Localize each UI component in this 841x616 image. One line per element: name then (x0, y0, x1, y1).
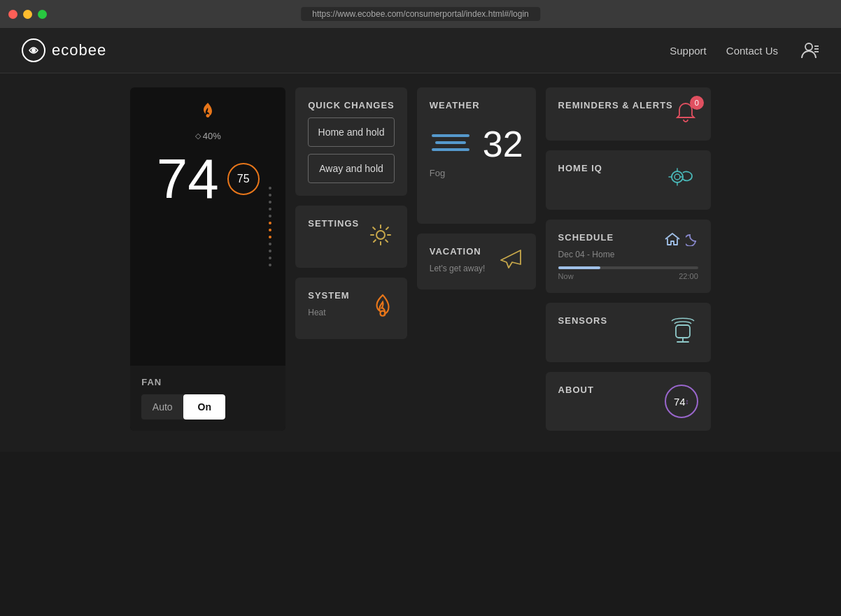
dot-6 (269, 222, 271, 224)
app-header: ecobee Support Contact Us (0, 28, 841, 73)
sensor-icon (667, 315, 698, 350)
dot-8 (269, 236, 271, 238)
schedule-text: SCHEDULE Dec 04 - Home (558, 232, 615, 259)
schedule-header: SCHEDULE Dec 04 - Home (558, 232, 698, 259)
thermostat-display: ◇ 40% 74 75 (130, 87, 285, 366)
about-temp-value: 74 (674, 396, 686, 408)
nav-links: Support Contact Us (670, 39, 820, 62)
reminders-panel[interactable]: REMINDERS & ALERTS 0 (546, 87, 711, 141)
about-pin-icon: ↕ (686, 398, 689, 406)
schedule-times: Now 22:00 (558, 272, 698, 280)
window-chrome: https://www.ecobee.com/consumerportal/in… (0, 0, 841, 28)
middle-right-column: WEATHER 32 Fog VACATION Let's get (417, 87, 536, 431)
reminders-content: REMINDERS & ALERTS (558, 100, 673, 117)
gear-icon (367, 221, 395, 255)
dot-12 (269, 264, 271, 266)
ecobee-logo-icon (21, 38, 46, 63)
vacation-subtitle: Let's get away! (430, 264, 486, 273)
homeiq-panel[interactable]: HOME IQ (546, 150, 711, 210)
away-and-hold-button[interactable]: Away and hold (308, 154, 395, 183)
weather-title: WEATHER (430, 100, 523, 110)
homeiq-content: HOME IQ (558, 163, 602, 180)
main-content: ◇ 40% 74 75 FAN Auto On QUICK CHANGES Ho… (0, 73, 841, 452)
schedule-home-icon (665, 232, 680, 250)
svg-point-11 (674, 174, 680, 180)
dot-4 (269, 208, 271, 210)
system-panel[interactable]: SYSTEM Heat (295, 278, 407, 339)
settings-content: SETTINGS (308, 218, 359, 236)
maximize-button[interactable] (38, 10, 47, 19)
heat-flame-icon (199, 101, 216, 125)
svg-rect-16 (676, 325, 690, 338)
minimize-button[interactable] (23, 10, 32, 19)
thermostat-panel[interactable]: ◇ 40% 74 75 FAN Auto On (130, 87, 285, 431)
quick-changes-title: QUICK CHANGES (308, 100, 395, 110)
user-menu-icon[interactable] (798, 39, 820, 62)
homeiq-icon (667, 163, 698, 197)
dot-3 (269, 201, 271, 203)
about-temp-circle: 74 ↕ (665, 385, 698, 418)
about-content: ABOUT (558, 385, 594, 402)
weather-panel[interactable]: WEATHER 32 Fog (417, 87, 536, 224)
quick-changes-panel[interactable]: QUICK CHANGES Home and hold Away and hol… (295, 87, 407, 196)
fan-toggle[interactable]: Auto On (141, 394, 225, 420)
schedule-panel[interactable]: SCHEDULE Dec 04 - Home (546, 220, 711, 293)
sensors-title: SENSORS (558, 315, 608, 326)
weather-content: 32 (430, 123, 523, 165)
logo: ecobee (21, 38, 106, 63)
fan-auto-button[interactable]: Auto (141, 394, 183, 420)
dot-11 (269, 257, 271, 259)
current-temperature: 74 (157, 151, 219, 207)
vacation-title: VACATION (430, 246, 486, 257)
svg-point-6 (376, 231, 385, 239)
schedule-progress-bar (558, 266, 698, 269)
vacation-panel[interactable]: VACATION Let's get away! (417, 234, 536, 289)
system-content: SYSTEM Heat (308, 290, 349, 317)
dot-9 (269, 243, 271, 245)
logo-text: ecobee (52, 41, 106, 59)
svg-point-1 (31, 48, 36, 52)
homeiq-title: HOME IQ (558, 163, 602, 173)
schedule-bar-container: Now 22:00 (558, 266, 698, 280)
humidity-display: ◇ 40% (195, 131, 221, 141)
address-bar[interactable]: https://www.ecobee.com/consumerportal/in… (301, 7, 540, 21)
dot-10 (269, 250, 271, 252)
schedule-progress-fill (558, 266, 600, 269)
fan-on-button[interactable]: On (183, 394, 225, 420)
humidity-drop-icon: ◇ (195, 131, 201, 141)
schedule-time-start: Now (558, 272, 574, 280)
sensors-content: SENSORS (558, 315, 608, 333)
airplane-icon (498, 246, 523, 277)
schedule-title: SCHEDULE (558, 232, 615, 243)
dot-5 (269, 215, 271, 217)
about-panel[interactable]: ABOUT 74 ↕ (546, 372, 711, 431)
system-title: SYSTEM (308, 290, 349, 301)
humidity-value: 40% (203, 131, 221, 141)
schedule-moon-icon (686, 232, 698, 250)
thermostat-dots (269, 87, 271, 366)
settings-title: SETTINGS (308, 218, 359, 229)
support-link[interactable]: Support (670, 45, 707, 57)
settings-panel[interactable]: SETTINGS (295, 206, 407, 268)
vacation-content: VACATION Let's get away! (430, 246, 486, 273)
temp-display: 74 75 (157, 151, 260, 207)
dot-7 (269, 229, 271, 231)
contact-us-link[interactable]: Contact Us (726, 45, 778, 57)
system-flame-icon (371, 293, 395, 327)
right-column: REMINDERS & ALERTS 0 HOME IQ (546, 87, 711, 431)
dot-2 (269, 194, 271, 196)
middle-left-column: QUICK CHANGES Home and hold Away and hol… (295, 87, 407, 431)
reminders-title: REMINDERS & ALERTS (558, 100, 673, 110)
svg-point-2 (805, 43, 812, 50)
set-temperature-circle[interactable]: 75 (227, 163, 260, 195)
alert-badge: 0 (673, 100, 698, 128)
fan-panel: FAN Auto On (130, 366, 285, 431)
schedule-time-end: 22:00 (679, 272, 698, 280)
alerts-count-badge: 0 (690, 96, 704, 110)
sensors-panel[interactable]: SENSORS (546, 303, 711, 362)
schedule-icons (665, 232, 698, 250)
home-and-hold-button[interactable]: Home and hold (308, 117, 395, 147)
close-button[interactable] (8, 10, 17, 19)
dot-1 (269, 187, 271, 189)
weather-fog-icon (430, 125, 472, 163)
